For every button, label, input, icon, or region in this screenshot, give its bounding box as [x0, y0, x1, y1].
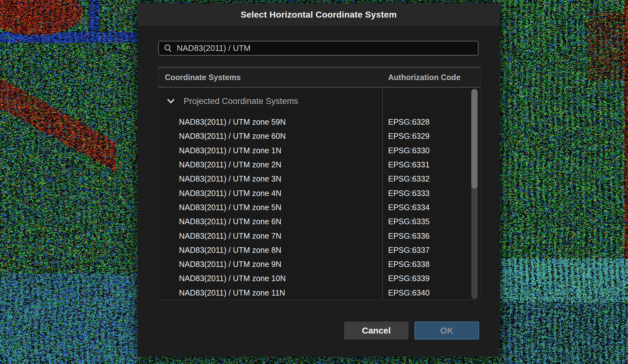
table-row[interactable]: NAD83(2011) / UTM zone 5N EPSG:6334	[159, 200, 480, 215]
search-box	[158, 41, 479, 56]
row-authorization-code: EPSG:6332	[388, 174, 430, 183]
row-coordinate-system-name: NAD83(2011) / UTM zone 4N	[159, 189, 281, 198]
table-row[interactable]: NAD83(2011) / UTM zone 9N EPSG:6338	[159, 257, 480, 271]
table-row[interactable]: NAD83(2011) / UTM zone 8N EPSG:6337	[159, 243, 480, 257]
ok-button[interactable]: OK	[414, 322, 479, 340]
row-authorization-code: EPSG:6329	[388, 132, 430, 141]
group-label: Projected Coordinate Systems	[184, 96, 298, 106]
table-row[interactable]: NAD83(2011) / UTM zone 60N EPSG:6329	[159, 129, 480, 143]
row-authorization-code: EPSG:6335	[388, 217, 430, 226]
table-row[interactable]: NAD83(2011) / UTM zone 59N EPSG:6328	[159, 115, 480, 129]
coordinate-systems-table: Coordinate Systems Authorization Code Pr…	[158, 67, 480, 300]
row-authorization-code: EPSG:6328	[388, 117, 430, 127]
group-row-projected-coordinate-systems[interactable]: Projected Coordinate Systems	[159, 88, 382, 114]
table-header: Coordinate Systems Authorization Code	[159, 67, 480, 88]
table-body-rows: NAD83(2011) / UTM zone 59N EPSG:6328 NAD…	[159, 115, 480, 300]
row-authorization-code: EPSG:6334	[388, 203, 430, 212]
row-authorization-code: EPSG:6340	[388, 288, 430, 297]
row-coordinate-system-name: NAD83(2011) / UTM zone 8N	[159, 246, 281, 255]
table-row[interactable]: NAD83(2011) / UTM zone 3N EPSG:6332	[159, 172, 480, 186]
row-coordinate-system-name: NAD83(2011) / UTM zone 9N	[159, 260, 281, 269]
table-row[interactable]: NAD83(2011) / UTM zone 6N EPSG:6335	[159, 215, 480, 229]
row-coordinate-system-name: NAD83(2011) / UTM zone 11N	[159, 288, 285, 297]
dialog-title: Select Horizontal Coordinate System	[138, 3, 500, 26]
row-coordinate-system-name: NAD83(2011) / UTM zone 7N	[159, 231, 281, 241]
dialog-buttons: Cancel OK	[344, 322, 479, 340]
row-coordinate-system-name: NAD83(2011) / UTM zone 3N	[159, 174, 281, 183]
row-authorization-code: EPSG:6331	[388, 160, 430, 169]
column-header-authorization-code: Authorization Code	[388, 68, 461, 87]
select-horizontal-coordinate-system-dialog: Select Horizontal Coordinate System Coor…	[138, 3, 500, 356]
row-coordinate-system-name: NAD83(2011) / UTM zone 10N	[159, 274, 286, 283]
row-authorization-code: EPSG:6337	[388, 246, 430, 255]
row-authorization-code: EPSG:6330	[388, 146, 430, 155]
table-row[interactable]: NAD83(2011) / UTM zone 1N EPSG:6330	[159, 144, 480, 158]
row-coordinate-system-name: NAD83(2011) / UTM zone 1N	[159, 146, 281, 155]
row-authorization-code: EPSG:6338	[388, 260, 430, 269]
row-coordinate-system-name: NAD83(2011) / UTM zone 2N	[159, 160, 281, 169]
table-row[interactable]: NAD83(2011) / UTM zone 11N EPSG:6340	[159, 286, 480, 300]
column-header-coordinate-systems: Coordinate Systems	[165, 68, 241, 87]
row-coordinate-system-name: NAD83(2011) / UTM zone 60N	[159, 132, 286, 141]
chevron-down-icon	[165, 96, 176, 106]
row-coordinate-system-name: NAD83(2011) / UTM zone 6N	[159, 217, 281, 226]
row-authorization-code: EPSG:6336	[388, 231, 430, 241]
table-row[interactable]: NAD83(2011) / UTM zone 2N EPSG:6331	[159, 158, 480, 172]
row-coordinate-system-name: NAD83(2011) / UTM zone 5N	[159, 203, 281, 212]
row-authorization-code: EPSG:6339	[388, 274, 430, 283]
scrollbar[interactable]	[471, 89, 478, 299]
row-coordinate-system-name: NAD83(2011) / UTM zone 59N	[159, 117, 286, 127]
scrollbar-thumb[interactable]	[471, 89, 478, 189]
table-row[interactable]: NAD83(2011) / UTM zone 7N EPSG:6336	[159, 229, 480, 243]
cancel-button[interactable]: Cancel	[344, 322, 409, 340]
search-icon	[164, 44, 172, 53]
table-row[interactable]: NAD83(2011) / UTM zone 10N EPSG:6339	[159, 271, 480, 285]
table-row[interactable]: NAD83(2011) / UTM zone 4N EPSG:6333	[159, 186, 480, 200]
row-authorization-code: EPSG:6333	[388, 189, 430, 198]
search-input[interactable]	[177, 41, 474, 55]
